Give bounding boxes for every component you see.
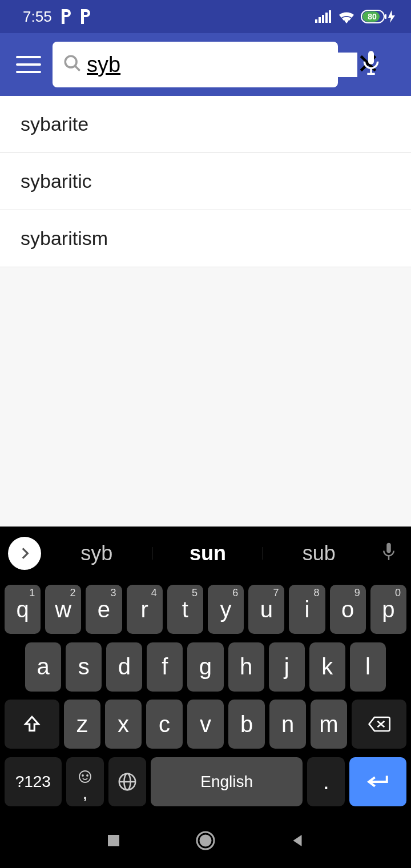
key-v[interactable]: v <box>187 700 224 749</box>
svg-rect-0 <box>315 19 317 23</box>
status-time: 7:55 <box>23 8 52 26</box>
result-item[interactable]: sybaritism <box>0 210 411 267</box>
search-icon <box>63 54 82 75</box>
key-j[interactable]: j <box>269 642 305 692</box>
space-key[interactable]: English <box>151 757 303 806</box>
emoji-key[interactable]: , <box>66 757 104 806</box>
search-input[interactable] <box>87 53 357 77</box>
result-item[interactable]: sybaritic <box>0 153 411 210</box>
key-o[interactable]: o9 <box>330 585 366 634</box>
search-box[interactable] <box>53 42 338 87</box>
suggestion-bar: syb sun sub <box>0 527 411 580</box>
keyboard-row-4: ?123 , English . <box>5 757 406 806</box>
period-key[interactable]: . <box>307 757 345 806</box>
key-f[interactable]: f <box>147 642 183 692</box>
status-bar: 7:55 80 <box>0 0 411 33</box>
shift-key[interactable] <box>5 700 59 749</box>
keyboard-mic-button[interactable] <box>374 541 403 565</box>
key-q[interactable]: q1 <box>5 585 41 634</box>
navigation-bar <box>0 815 411 868</box>
key-a[interactable]: a <box>25 642 61 692</box>
search-results: sybarite sybaritic sybaritism <box>0 96 411 267</box>
key-g[interactable]: g <box>187 642 223 692</box>
enter-key[interactable] <box>349 757 406 806</box>
app-bar <box>0 33 411 96</box>
symbols-key[interactable]: ?123 <box>5 757 62 806</box>
svg-point-20 <box>79 771 91 782</box>
key-k[interactable]: k <box>309 642 345 692</box>
language-key[interactable] <box>108 757 146 806</box>
voice-search-button[interactable] <box>360 50 382 79</box>
signal-icon <box>315 10 332 23</box>
content-area <box>0 267 411 531</box>
svg-rect-3 <box>325 13 328 23</box>
key-w[interactable]: w2 <box>45 585 81 634</box>
svg-line-10 <box>75 66 80 71</box>
expand-button[interactable] <box>8 537 41 570</box>
keyboard-row-2: a s d f g h j k l <box>5 642 406 692</box>
svg-text:80: 80 <box>368 12 377 21</box>
svg-rect-13 <box>368 51 374 64</box>
svg-rect-8 <box>385 14 386 19</box>
menu-button[interactable] <box>16 52 41 77</box>
svg-rect-2 <box>322 15 324 23</box>
key-s[interactable]: s <box>66 642 102 692</box>
key-m[interactable]: m <box>311 700 347 749</box>
key-u[interactable]: u7 <box>248 585 284 634</box>
svg-rect-1 <box>319 17 321 23</box>
key-l[interactable]: l <box>350 642 386 692</box>
result-item[interactable]: sybarite <box>0 96 411 153</box>
key-r[interactable]: r4 <box>127 585 163 634</box>
battery-icon: 80 <box>361 10 395 23</box>
key-p[interactable]: p0 <box>370 585 406 634</box>
wifi-icon <box>338 10 355 23</box>
key-i[interactable]: i8 <box>289 585 325 634</box>
keyboard-row-1: q1 w2 e3 r4 t5 y6 u7 i8 o9 p0 <box>5 585 406 634</box>
suggestion-2[interactable]: sun <box>152 541 264 565</box>
svg-point-9 <box>65 56 76 67</box>
key-y[interactable]: y6 <box>208 585 244 634</box>
svg-point-28 <box>200 835 211 846</box>
back-button[interactable] <box>289 832 306 851</box>
key-t[interactable]: t5 <box>167 585 203 634</box>
key-d[interactable]: d <box>106 642 142 692</box>
svg-rect-4 <box>329 10 331 23</box>
p-icon <box>79 9 91 24</box>
home-button[interactable] <box>195 830 216 853</box>
svg-point-22 <box>87 775 88 776</box>
key-c[interactable]: c <box>146 700 183 749</box>
key-n[interactable]: n <box>269 700 306 749</box>
suggestion-3[interactable]: sub <box>263 541 374 565</box>
p-icon <box>60 9 71 24</box>
svg-point-21 <box>82 775 83 776</box>
key-x[interactable]: x <box>105 700 142 749</box>
svg-rect-16 <box>386 543 391 553</box>
backspace-key[interactable] <box>352 700 406 749</box>
key-h[interactable]: h <box>228 642 264 692</box>
keyboard-row-3: z x c v b n m <box>5 700 406 749</box>
keyboard: syb sun sub q1 w2 e3 r4 t5 y6 u7 i8 o9 p… <box>0 527 411 815</box>
recents-button[interactable] <box>105 832 122 851</box>
svg-rect-26 <box>108 835 119 846</box>
key-e[interactable]: e3 <box>86 585 122 634</box>
key-b[interactable]: b <box>228 700 265 749</box>
suggestion-1[interactable]: syb <box>41 541 152 565</box>
key-z[interactable]: z <box>64 700 100 749</box>
